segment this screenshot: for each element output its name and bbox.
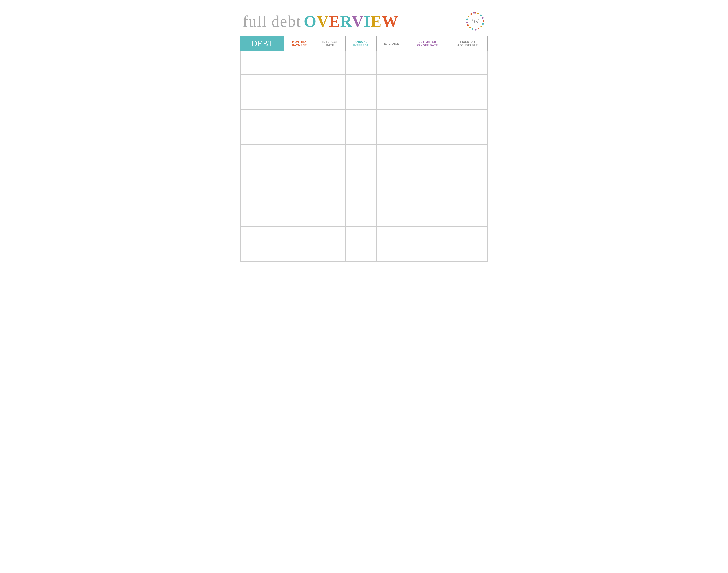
cell-row10-col1 <box>284 168 315 180</box>
cell-row10-col4 <box>377 168 407 180</box>
letter-E: E <box>329 12 340 30</box>
table-row <box>241 145 487 156</box>
cell-row5-col5 <box>407 110 448 121</box>
cell-row16-col2 <box>315 238 346 250</box>
table-row <box>241 51 487 63</box>
table-row <box>241 215 487 226</box>
cell-row13-col6 <box>448 203 487 215</box>
cell-row11-col2 <box>315 180 346 192</box>
cell-row1-col1 <box>284 63 315 74</box>
cell-row12-col5 <box>407 192 448 203</box>
col-header-interest-rate: INTERESTRATE <box>315 36 346 51</box>
title-prefix: full debt <box>243 12 301 31</box>
cell-row3-col2 <box>315 86 346 98</box>
cell-row6-col4 <box>377 121 407 133</box>
cell-row3-col1 <box>284 86 315 98</box>
cell-row14-col6 <box>448 215 487 226</box>
cell-row10-col6 <box>448 168 487 180</box>
table-row <box>241 192 487 203</box>
title-overview: OVERVIEW <box>304 12 399 31</box>
letter-E2: E <box>371 12 382 30</box>
cell-row5-col2 <box>315 110 346 121</box>
cell-row2-col4 <box>377 74 407 86</box>
cell-row12-col3 <box>346 192 377 203</box>
col-header-balance: BALANCE <box>377 36 407 51</box>
cell-row7-col0 <box>241 133 284 145</box>
cell-row17-col6 <box>448 250 487 262</box>
cell-row1-col0 <box>241 63 284 74</box>
cell-row11-col6 <box>448 180 487 192</box>
cell-row2-col0 <box>241 74 284 86</box>
cell-row16-col6 <box>448 238 487 250</box>
cell-row14-col5 <box>407 215 448 226</box>
cell-row16-col4 <box>377 238 407 250</box>
cell-row10-col0 <box>241 168 284 180</box>
table-row <box>241 110 487 121</box>
col-header-payoff: ESTIMATEDPAYOFF DATE <box>407 36 448 51</box>
cell-row1-col6 <box>448 63 487 74</box>
cell-row17-col3 <box>346 250 377 262</box>
cell-row7-col5 <box>407 133 448 145</box>
cell-row5-col4 <box>377 110 407 121</box>
cell-row6-col6 <box>448 121 487 133</box>
cell-row8-col2 <box>315 145 346 156</box>
debt-table: DEBT MONTHLYPAYMENT INTERESTRATE ANNUALI… <box>241 36 487 262</box>
cell-row12-col6 <box>448 192 487 203</box>
cell-row3-col6 <box>448 86 487 98</box>
cell-row13-col2 <box>315 203 346 215</box>
cell-row9-col0 <box>241 156 284 168</box>
cell-row6-col1 <box>284 121 315 133</box>
cell-row2-col3 <box>346 74 377 86</box>
cell-row17-col4 <box>377 250 407 262</box>
table-row <box>241 121 487 133</box>
cell-row7-col4 <box>377 133 407 145</box>
cell-row8-col4 <box>377 145 407 156</box>
letter-O: O <box>304 12 317 30</box>
cell-row8-col3 <box>346 145 377 156</box>
table-row <box>241 180 487 192</box>
cell-row15-col6 <box>448 226 487 238</box>
badge-year: '14 <box>472 18 479 25</box>
cell-row4-col6 <box>448 98 487 110</box>
cell-row0-col2 <box>315 51 346 63</box>
letter-V: V <box>317 12 329 30</box>
col-header-fixed: FIXED ORADJUSTABLE <box>448 36 487 51</box>
cell-row7-col6 <box>448 133 487 145</box>
cell-row15-col4 <box>377 226 407 238</box>
cell-row2-col6 <box>448 74 487 86</box>
cell-row5-col3 <box>346 110 377 121</box>
cell-row5-col0 <box>241 110 284 121</box>
cell-row16-col3 <box>346 238 377 250</box>
cell-row11-col0 <box>241 180 284 192</box>
cell-row8-col0 <box>241 145 284 156</box>
table-row <box>241 226 487 238</box>
cell-row5-col6 <box>448 110 487 121</box>
cell-row13-col0 <box>241 203 284 215</box>
col-header-debt: DEBT <box>241 36 284 51</box>
cell-row14-col1 <box>284 215 315 226</box>
cell-row3-col4 <box>377 86 407 98</box>
cell-row7-col2 <box>315 133 346 145</box>
cell-row4-col4 <box>377 98 407 110</box>
cell-row6-col5 <box>407 121 448 133</box>
cell-row12-col0 <box>241 192 284 203</box>
cell-row8-col1 <box>284 145 315 156</box>
cell-row11-col4 <box>377 180 407 192</box>
table-row <box>241 250 487 262</box>
cell-row3-col3 <box>346 86 377 98</box>
cell-row0-col1 <box>284 51 315 63</box>
cell-row8-col6 <box>448 145 487 156</box>
cell-row12-col2 <box>315 192 346 203</box>
cell-row12-col4 <box>377 192 407 203</box>
cell-row17-col0 <box>241 250 284 262</box>
cell-row15-col2 <box>315 226 346 238</box>
cell-row11-col5 <box>407 180 448 192</box>
cell-row9-col5 <box>407 156 448 168</box>
cell-row17-col2 <box>315 250 346 262</box>
cell-row0-col3 <box>346 51 377 63</box>
cell-row13-col1 <box>284 203 315 215</box>
letter-W: W <box>382 12 399 30</box>
cell-row9-col6 <box>448 156 487 168</box>
cell-row2-col2 <box>315 74 346 86</box>
cell-row13-col5 <box>407 203 448 215</box>
